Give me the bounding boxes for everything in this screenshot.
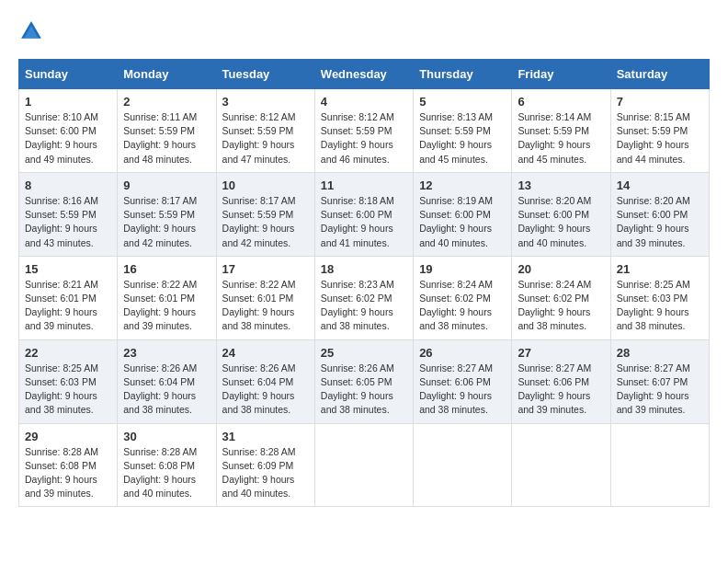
calendar-cell: 10 Sunrise: 8:17 AMSunset: 5:59 PMDaylig… <box>216 172 314 256</box>
calendar-cell: 12 Sunrise: 8:19 AMSunset: 6:00 PMDaylig… <box>414 172 512 256</box>
calendar-cell: 5 Sunrise: 8:13 AMSunset: 5:59 PMDayligh… <box>414 89 512 173</box>
day-info: Sunrise: 8:17 AMSunset: 5:59 PMDaylight:… <box>123 195 197 248</box>
day-number: 28 <box>617 346 703 360</box>
day-info: Sunrise: 8:28 AMSunset: 6:09 PMDaylight:… <box>222 446 296 500</box>
calendar-cell: 2 Sunrise: 8:11 AMSunset: 5:59 PMDayligh… <box>118 89 216 173</box>
day-info: Sunrise: 8:12 AMSunset: 5:59 PMDaylight:… <box>222 111 296 165</box>
calendar-cell: 14 Sunrise: 8:20 AMSunset: 6:00 PMDaylig… <box>610 172 709 256</box>
calendar-cell: 6 Sunrise: 8:14 AMSunset: 5:59 PMDayligh… <box>512 89 610 173</box>
day-number: 22 <box>25 346 111 360</box>
day-number: 13 <box>518 178 604 192</box>
day-info: Sunrise: 8:19 AMSunset: 6:00 PMDaylight:… <box>419 195 493 248</box>
calendar-cell: 31 Sunrise: 8:28 AMSunset: 6:09 PMDaylig… <box>216 423 314 507</box>
day-info: Sunrise: 8:16 AMSunset: 5:59 PMDaylight:… <box>25 195 98 248</box>
day-number: 17 <box>222 262 309 276</box>
day-number: 2 <box>123 95 210 109</box>
calendar-cell: 11 Sunrise: 8:18 AMSunset: 6:00 PMDaylig… <box>314 172 413 256</box>
day-info: Sunrise: 8:18 AMSunset: 6:00 PMDaylight:… <box>321 195 394 248</box>
day-info: Sunrise: 8:25 AMSunset: 6:03 PMDaylight:… <box>25 362 98 416</box>
day-info: Sunrise: 8:10 AMSunset: 6:00 PMDaylight:… <box>25 111 98 165</box>
day-info: Sunrise: 8:21 AMSunset: 6:01 PMDaylight:… <box>25 279 98 332</box>
day-info: Sunrise: 8:24 AMSunset: 6:02 PMDaylight:… <box>518 279 591 332</box>
day-number: 27 <box>518 346 604 360</box>
day-info: Sunrise: 8:26 AMSunset: 6:04 PMDaylight:… <box>222 362 296 416</box>
calendar-header-tuesday: Tuesday <box>216 60 314 89</box>
day-info: Sunrise: 8:25 AMSunset: 6:03 PMDaylight:… <box>617 279 690 332</box>
day-info: Sunrise: 8:27 AMSunset: 6:07 PMDaylight:… <box>617 362 690 416</box>
calendar-cell: 15 Sunrise: 8:21 AMSunset: 6:01 PMDaylig… <box>19 256 118 339</box>
calendar-header-saturday: Saturday <box>610 60 709 89</box>
calendar-cell: 13 Sunrise: 8:20 AMSunset: 6:00 PMDaylig… <box>512 172 610 256</box>
calendar-cell <box>414 423 512 507</box>
calendar-cell: 17 Sunrise: 8:22 AMSunset: 6:01 PMDaylig… <box>216 256 314 339</box>
day-number: 14 <box>617 178 703 192</box>
day-number: 15 <box>25 262 111 276</box>
calendar-cell: 22 Sunrise: 8:25 AMSunset: 6:03 PMDaylig… <box>19 339 118 423</box>
calendar-cell: 25 Sunrise: 8:26 AMSunset: 6:05 PMDaylig… <box>314 339 413 423</box>
day-info: Sunrise: 8:28 AMSunset: 6:08 PMDaylight:… <box>123 446 197 500</box>
calendar-week-row: 15 Sunrise: 8:21 AMSunset: 6:01 PMDaylig… <box>19 256 710 339</box>
calendar-cell <box>610 423 709 507</box>
day-info: Sunrise: 8:20 AMSunset: 6:00 PMDaylight:… <box>617 195 690 248</box>
calendar-cell: 23 Sunrise: 8:26 AMSunset: 6:04 PMDaylig… <box>118 339 216 423</box>
day-number: 30 <box>123 430 210 443</box>
day-info: Sunrise: 8:27 AMSunset: 6:06 PMDaylight:… <box>419 362 493 416</box>
calendar-header-sunday: Sunday <box>19 60 118 89</box>
calendar-cell: 24 Sunrise: 8:26 AMSunset: 6:04 PMDaylig… <box>216 339 314 423</box>
logo-icon <box>18 18 44 44</box>
day-info: Sunrise: 8:20 AMSunset: 6:00 PMDaylight:… <box>518 195 591 248</box>
calendar-table: SundayMondayTuesdayWednesdayThursdayFrid… <box>18 59 710 507</box>
day-number: 3 <box>222 95 309 109</box>
day-number: 6 <box>518 95 604 109</box>
day-number: 10 <box>222 178 309 192</box>
day-info: Sunrise: 8:23 AMSunset: 6:02 PMDaylight:… <box>321 279 394 332</box>
calendar-cell: 7 Sunrise: 8:15 AMSunset: 5:59 PMDayligh… <box>610 89 709 173</box>
day-number: 7 <box>617 95 703 109</box>
day-number: 5 <box>419 95 506 109</box>
calendar-cell: 27 Sunrise: 8:27 AMSunset: 6:06 PMDaylig… <box>512 339 610 423</box>
day-info: Sunrise: 8:17 AMSunset: 5:59 PMDaylight:… <box>222 195 296 248</box>
day-number: 24 <box>222 346 309 360</box>
calendar-body: 1 Sunrise: 8:10 AMSunset: 6:00 PMDayligh… <box>19 89 710 507</box>
calendar-week-row: 1 Sunrise: 8:10 AMSunset: 6:00 PMDayligh… <box>19 89 710 173</box>
logo <box>18 18 48 44</box>
day-info: Sunrise: 8:22 AMSunset: 6:01 PMDaylight:… <box>222 279 296 332</box>
day-number: 21 <box>617 262 703 276</box>
day-number: 23 <box>123 346 210 360</box>
calendar-cell: 19 Sunrise: 8:24 AMSunset: 6:02 PMDaylig… <box>414 256 512 339</box>
day-info: Sunrise: 8:24 AMSunset: 6:02 PMDaylight:… <box>419 279 493 332</box>
day-info: Sunrise: 8:11 AMSunset: 5:59 PMDaylight:… <box>123 111 197 165</box>
day-number: 9 <box>123 178 210 192</box>
day-number: 12 <box>419 178 506 192</box>
calendar-header-thursday: Thursday <box>414 60 512 89</box>
calendar-cell: 8 Sunrise: 8:16 AMSunset: 5:59 PMDayligh… <box>19 172 118 256</box>
calendar-cell: 29 Sunrise: 8:28 AMSunset: 6:08 PMDaylig… <box>19 423 118 507</box>
day-info: Sunrise: 8:27 AMSunset: 6:06 PMDaylight:… <box>518 362 591 416</box>
day-info: Sunrise: 8:14 AMSunset: 5:59 PMDaylight:… <box>518 111 591 165</box>
calendar-cell: 26 Sunrise: 8:27 AMSunset: 6:06 PMDaylig… <box>414 339 512 423</box>
day-number: 18 <box>321 262 407 276</box>
calendar-header-row: SundayMondayTuesdayWednesdayThursdayFrid… <box>19 60 710 89</box>
day-number: 4 <box>321 95 407 109</box>
day-info: Sunrise: 8:12 AMSunset: 5:59 PMDaylight:… <box>321 111 394 165</box>
day-info: Sunrise: 8:22 AMSunset: 6:01 PMDaylight:… <box>123 279 197 332</box>
calendar-cell: 18 Sunrise: 8:23 AMSunset: 6:02 PMDaylig… <box>314 256 413 339</box>
day-number: 19 <box>419 262 506 276</box>
day-number: 8 <box>25 178 111 192</box>
day-info: Sunrise: 8:15 AMSunset: 5:59 PMDaylight:… <box>617 111 690 165</box>
calendar-cell <box>512 423 610 507</box>
day-info: Sunrise: 8:28 AMSunset: 6:08 PMDaylight:… <box>25 446 98 500</box>
day-info: Sunrise: 8:26 AMSunset: 6:05 PMDaylight:… <box>321 362 394 416</box>
calendar-cell: 16 Sunrise: 8:22 AMSunset: 6:01 PMDaylig… <box>118 256 216 339</box>
day-number: 11 <box>321 178 407 192</box>
day-number: 29 <box>25 430 111 443</box>
calendar-header-monday: Monday <box>118 60 216 89</box>
calendar-header-wednesday: Wednesday <box>314 60 413 89</box>
day-number: 16 <box>123 262 210 276</box>
day-number: 25 <box>321 346 407 360</box>
calendar-cell: 21 Sunrise: 8:25 AMSunset: 6:03 PMDaylig… <box>610 256 709 339</box>
day-number: 26 <box>419 346 506 360</box>
calendar-header-friday: Friday <box>512 60 610 89</box>
day-info: Sunrise: 8:13 AMSunset: 5:59 PMDaylight:… <box>419 111 493 165</box>
calendar-cell: 3 Sunrise: 8:12 AMSunset: 5:59 PMDayligh… <box>216 89 314 173</box>
